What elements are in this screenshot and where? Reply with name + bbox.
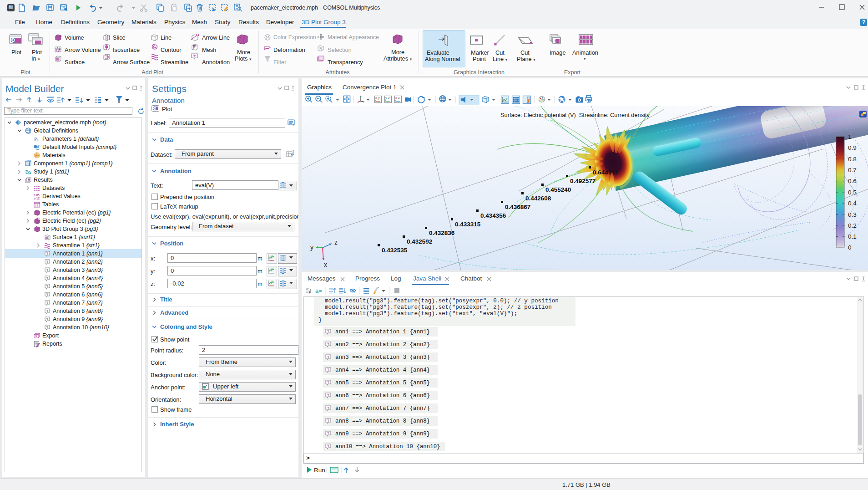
svg-text:0.5: 0.5 [848,189,857,196]
svg-text:0.433315: 0.433315 [455,221,481,228]
svg-text:8.85: 8.85 [34,194,40,197]
svg-text:0.434356: 0.434356 [480,212,506,219]
svg-text:x: x [395,96,397,99]
svg-text:0.7: 0.7 [848,167,857,174]
svg-text:1: 1 [848,133,852,140]
svg-text:0.2: 0.2 [848,222,857,229]
svg-text:Surface: Electric potential (V: Surface: Electric potential (V) Streamli… [500,112,650,118]
svg-text:x: x [375,96,377,99]
svg-text:y: y [310,244,313,251]
svg-text:i: i [37,138,38,142]
svg-text:0.442608: 0.442608 [525,195,551,202]
svg-text:y: y [378,96,380,100]
svg-text:a=: a= [315,287,322,294]
svg-text:P: P [34,136,37,142]
svg-text:z: z [388,96,390,99]
svg-text:z: z [398,96,400,99]
svg-text:z: z [334,239,338,246]
svg-text:0.8: 0.8 [848,156,857,163]
svg-text:0.432592: 0.432592 [407,238,432,245]
svg-text:0.492577: 0.492577 [570,178,595,184]
svg-text:0: 0 [848,244,852,251]
svg-text:e-12: e-12 [34,197,40,200]
svg-text:0.432836: 0.432836 [429,230,455,236]
svg-text:y: y [385,96,387,100]
svg-text:0.6: 0.6 [848,178,857,184]
svg-text:0.455240: 0.455240 [545,186,571,193]
svg-text:0.436867: 0.436867 [505,204,530,210]
svg-text:0.1: 0.1 [848,233,857,240]
svg-text:x: x [324,261,327,268]
svg-text:0.432535: 0.432535 [382,247,408,254]
svg-text:0.9: 0.9 [848,144,857,151]
svg-text:Run: Run [314,467,325,474]
svg-text:0.4: 0.4 [848,200,857,207]
svg-text:0.644517: 0.644517 [593,169,618,176]
svg-text:0.3: 0.3 [848,211,857,218]
